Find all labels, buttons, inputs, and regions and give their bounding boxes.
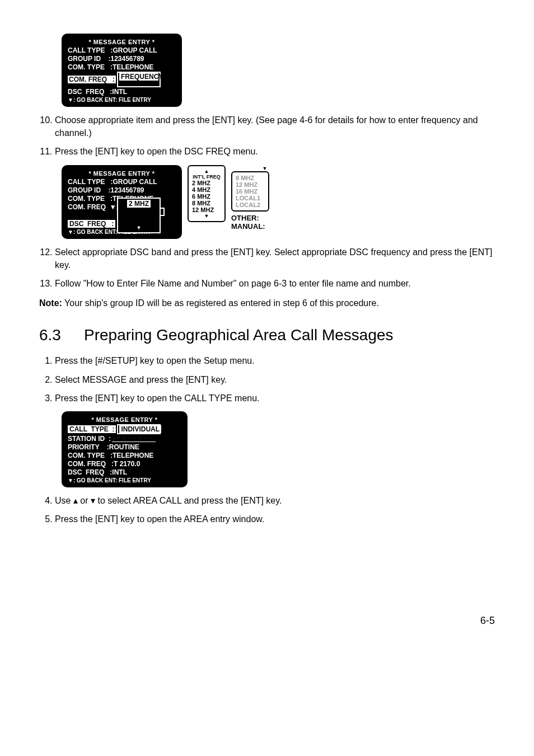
chevron-down-icon (137, 223, 142, 231)
row-com-freq: COM. FREQ : T 2170.0 (68, 460, 181, 468)
value-call-type: INDIVIDUAL (119, 425, 161, 433)
value-com-freq-box: FREQUENCY (117, 72, 161, 87)
menu-title: INT'L FREQ (192, 174, 221, 180)
menu-item: LOCAL2 (236, 201, 265, 208)
screen-header: * MESSAGE ENTRY * (68, 39, 176, 45)
scroll-up-icon (192, 168, 221, 174)
sec-step-3: Press the [ENT] key to open the CALL TYP… (55, 392, 495, 405)
value-group-id: 123456789 (110, 55, 144, 63)
menu-item: LOCAL1 (236, 195, 265, 201)
menu-item: 12 MHZ (236, 181, 265, 188)
value-com-freq: T 2170.0 (114, 460, 140, 468)
row-dsc-freq: DSC FREQ : INTL (68, 88, 176, 96)
value-priority: ROUTINE (109, 443, 139, 451)
menu-item: 4 MHZ (192, 186, 221, 193)
step-12: Select appropriate DSC band and press th… (55, 246, 495, 271)
chevron-down-icon (204, 213, 209, 219)
row-com-freq: COM. FREQ : FREQUENCY (68, 72, 176, 87)
menu-item: 8 MHZ (192, 200, 221, 206)
step-13: Follow "How to Enter File Name and Numbe… (55, 277, 495, 290)
row-group-id: GROUP ID : 123456789 (68, 186, 176, 194)
row-com-type: COM. TYPE : TELEPHONE (68, 63, 176, 71)
chevron-down-icon (263, 165, 268, 171)
value-call-type: GROUP CALL (113, 46, 157, 54)
screen-dsc-freq-menu: * MESSAGE ENTRY * CALL TYPE : GROUP CALL… (62, 165, 182, 239)
step-11: Press the [ENT] key to open the DSC FREQ… (55, 145, 495, 158)
value-station-id: _ _ _ _ _ _ _ _ _ (112, 435, 156, 442)
menu-item: 2 MHZ (192, 180, 221, 186)
label-priority: PRIORITY : (68, 443, 109, 451)
section-number: 6.3 (39, 326, 84, 344)
section-title: Preparing Geographical Area Call Message… (84, 326, 394, 344)
menu-item-other: OTHER: (231, 214, 298, 222)
menu-item: 16 MHZ (236, 188, 265, 195)
sec-step-4: Use or to select AREA CALL and press the… (55, 494, 495, 507)
screen-message-entry: * MESSAGE ENTRY * CALL TYPE : INDIVIDUAL… (62, 411, 188, 487)
row-call-type: CALL TYPE : GROUP CALL (68, 178, 176, 186)
note-line: Note: Your ship's group ID will be as re… (39, 297, 495, 309)
label-dsc-freq: DSC FREQ : (68, 220, 115, 228)
row-priority: PRIORITY : ROUTINE (68, 443, 181, 451)
row-call-type: CALL TYPE : GROUP CALL (68, 46, 176, 54)
menu-item: 6 MHZ (192, 193, 221, 200)
label: COM. TYPE : (68, 195, 113, 203)
value: 123456789 (110, 186, 144, 194)
section-steps-1-3: Press the [#/SETUP] key to open the Setu… (39, 354, 495, 405)
value-com-freq-blank (119, 81, 158, 86)
value-call-type-box: INDIVIDUAL (117, 424, 161, 434)
menu-item-manual: MANUAL: (231, 222, 298, 231)
row-station-id: STATION ID : _ _ _ _ _ _ _ _ _ (68, 435, 181, 443)
value-com-freq: FREQUENCY (119, 73, 158, 81)
row-call-type: CALL TYPE : INDIVIDUAL (68, 424, 181, 434)
step-10: Choose appropriate item and press the [E… (55, 114, 495, 139)
page-number: 6-5 (39, 615, 495, 627)
label-com-freq: COM. FREQ : (68, 76, 116, 83)
menu-item: 12 MHZ (192, 206, 221, 213)
label: CALL TYPE : (68, 178, 113, 186)
menu-item: 8 MHZ (236, 175, 265, 181)
popup-down-icon (119, 223, 158, 231)
label: GROUP ID : (68, 186, 110, 194)
scroll-down-indicator (231, 165, 298, 171)
label-com-freq: COM. FREQ : (68, 460, 114, 468)
triangle-down-icon (91, 496, 95, 505)
row-group-id: GROUP ID : 123456789 (68, 55, 176, 63)
note-text: Your ship's group ID will be as register… (62, 298, 379, 308)
label-com-type: COM. TYPE : (68, 452, 113, 459)
dsc-overlay-area: COM. FREQ ▼: T 2170.0 COM. FREQ ▼: R 217… (68, 203, 176, 228)
value-com-type: TELEPHONE (113, 63, 153, 71)
screen-header: * MESSAGE ENTRY * (68, 170, 176, 177)
label-dsc-freq: DSC FREQ : (68, 468, 112, 476)
label-station-id: STATION ID : (68, 435, 111, 443)
triangle-up-icon (73, 496, 78, 505)
label-dsc-freq: DSC FREQ : (68, 88, 112, 96)
label-com-type: COM. TYPE : (68, 63, 113, 71)
row-com-type: COM. TYPE : TELEPHONE (68, 452, 181, 459)
popup-title: 2 MHZ (119, 200, 158, 208)
menu-faded: 8 MHZ 12 MHZ 16 MHZ LOCAL1 LOCAL2 (231, 171, 269, 212)
screen-header: * MESSAGE ENTRY * (68, 416, 181, 423)
value-dsc-freq: INTL (112, 88, 127, 96)
step4-post: to select AREA CALL and press the [ENT] … (95, 496, 282, 505)
steps-12-13: Select appropriate DSC band and press th… (39, 246, 495, 290)
section-steps-4-5: Use or to select AREA CALL and press the… (39, 494, 495, 525)
label-call-type: CALL TYPE : (68, 46, 113, 54)
screen-footer: ▼: GO BACK ENT: FILE ENTRY (68, 97, 176, 103)
chevron-up-icon (204, 168, 209, 174)
note-label: Note: (39, 298, 62, 308)
value-com-type: TELEPHONE (113, 452, 153, 459)
scroll-down-icon (192, 213, 221, 219)
label-call-type: CALL TYPE : (68, 425, 116, 433)
label-group-id: GROUP ID : (68, 55, 110, 63)
value: GROUP CALL (113, 178, 157, 186)
steps-10-11: Choose appropriate item and press the [E… (39, 114, 495, 158)
section-heading: 6.3Preparing Geographical Area Call Mess… (39, 326, 495, 344)
dsc-band-popup: 2 MHZ (117, 198, 161, 233)
screen-footer: ▼: GO BACK ENT: FILE ENTRY (68, 477, 181, 483)
row-dsc-freq: DSC FREQ : INTL (68, 468, 181, 476)
label: COM. FREQ ▼: (68, 203, 119, 211)
sec-step-5: Press the [ENT] key to open the AREA ent… (55, 513, 495, 525)
sec-step-1: Press the [#/SETUP] key to open the Setu… (55, 354, 495, 367)
menu-intl-freq-scrolled: 8 MHZ 12 MHZ 16 MHZ LOCAL1 LOCAL2 OTHER:… (231, 165, 298, 231)
sec-step-2: Select MESSAGE and press the [ENT] key. (55, 373, 495, 386)
